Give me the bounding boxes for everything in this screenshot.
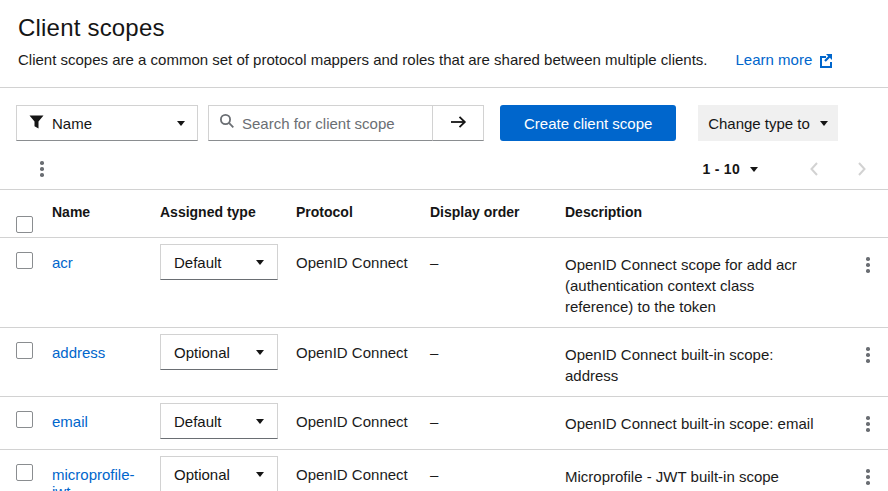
description-cell: OpenID Connect built-in scope: email <box>565 397 850 450</box>
kebab-icon <box>40 161 44 177</box>
display-order-cell: – <box>430 238 565 328</box>
external-link-icon <box>818 52 834 68</box>
display-order-cell: – <box>430 450 565 491</box>
page-header: Client scopes Client scopes are a common… <box>0 0 888 88</box>
scope-name-link[interactable]: acr <box>52 254 73 271</box>
display-order-cell: – <box>430 397 565 450</box>
chevron-down-icon <box>750 167 758 172</box>
filter-type-select[interactable]: Name <box>16 105 198 141</box>
description-cell: OpenID Connect scope for add acr (authen… <box>565 238 850 328</box>
column-header-name: Name <box>52 190 160 238</box>
arrow-right-icon <box>450 115 467 132</box>
display-order-cell: – <box>430 328 565 397</box>
kebab-icon <box>866 257 870 273</box>
protocol-cell: OpenID Connect <box>296 328 430 397</box>
column-header-actions <box>850 190 888 238</box>
filter-selected-label: Name <box>52 115 92 132</box>
search-icon <box>219 113 235 133</box>
row-checkbox[interactable] <box>16 464 33 481</box>
client-scopes-page: Client scopes Client scopes are a common… <box>0 0 888 491</box>
column-header-protocol: Protocol <box>296 190 430 238</box>
page-title: Client scopes <box>18 14 872 42</box>
create-client-scope-button[interactable]: Create client scope <box>500 105 676 141</box>
pagination: 1 - 10 <box>702 151 882 187</box>
kebab-icon <box>866 416 870 432</box>
protocol-cell: OpenID Connect <box>296 397 430 450</box>
scope-name-link[interactable]: email <box>52 413 88 430</box>
row-checkbox[interactable] <box>16 411 33 428</box>
pagination-range: 1 - 10 <box>702 161 740 177</box>
chevron-down-icon <box>256 472 264 477</box>
filter-icon <box>29 115 44 132</box>
pagination-next-button[interactable] <box>842 151 882 187</box>
chevron-right-icon <box>857 161 867 177</box>
kebab-icon <box>866 347 870 363</box>
pagination-prev-button[interactable] <box>794 151 834 187</box>
row-checkbox[interactable] <box>16 342 33 359</box>
chevron-left-icon <box>809 161 819 177</box>
assigned-type-value: Default <box>174 254 222 271</box>
row-kebab-button[interactable] <box>850 339 886 371</box>
search-group <box>208 105 484 141</box>
assigned-type-value: Default <box>174 413 222 430</box>
select-all-checkbox[interactable] <box>16 216 33 233</box>
row-kebab-button[interactable] <box>850 461 886 491</box>
description-cell: OpenID Connect built-in scope: address <box>565 328 850 397</box>
table-row: acr Default OpenID Connect – OpenID Conn… <box>0 238 888 328</box>
scope-name-link[interactable]: microprofile-jwt <box>52 466 135 491</box>
toolbar: Name Create client scope Chan <box>0 88 888 189</box>
column-header-assigned-type: Assigned type <box>160 190 296 238</box>
row-kebab-button[interactable] <box>850 408 886 440</box>
description-cell: Microprofile - JWT built-in scope <box>565 450 850 491</box>
learn-more-link[interactable]: Learn more <box>736 51 835 68</box>
client-scopes-table: Name Assigned type Protocol Display orde… <box>0 189 888 491</box>
page-subtitle: Client scopes are a common set of protoc… <box>18 51 708 68</box>
kebab-icon <box>866 469 870 485</box>
chevron-down-icon <box>820 121 828 126</box>
protocol-cell: OpenID Connect <box>296 450 430 491</box>
table-header-row: Name Assigned type Protocol Display orde… <box>0 190 888 238</box>
assigned-type-value: Optional <box>174 466 230 483</box>
table-row: email Default OpenID Connect – OpenID Co… <box>0 397 888 450</box>
search-submit-button[interactable] <box>432 105 484 141</box>
column-header-description: Description <box>565 190 850 238</box>
protocol-cell: OpenID Connect <box>296 238 430 328</box>
chevron-down-icon <box>177 121 185 126</box>
assigned-type-select[interactable]: Default <box>160 244 278 280</box>
table-row: microprofile-jwt Optional OpenID Connect… <box>0 450 888 491</box>
learn-more-label: Learn more <box>736 51 813 68</box>
assigned-type-select[interactable]: Optional <box>160 334 278 370</box>
change-type-dropdown[interactable]: Change type to <box>698 105 838 141</box>
assigned-type-select[interactable]: Optional <box>160 456 278 491</box>
assigned-type-value: Optional <box>174 344 230 361</box>
change-type-label: Change type to <box>708 115 810 132</box>
chevron-down-icon <box>256 419 264 424</box>
row-kebab-button[interactable] <box>850 249 886 281</box>
toolbar-kebab-button[interactable] <box>26 153 58 185</box>
column-header-display-order: Display order <box>430 190 565 238</box>
table-row: address Optional OpenID Connect – OpenID… <box>0 328 888 397</box>
chevron-down-icon <box>256 350 264 355</box>
search-input[interactable] <box>242 115 412 132</box>
scope-name-link[interactable]: address <box>52 344 105 361</box>
assigned-type-select[interactable]: Default <box>160 403 278 439</box>
chevron-down-icon <box>256 260 264 265</box>
pagination-range-toggle[interactable]: 1 - 10 <box>702 161 758 177</box>
row-checkbox[interactable] <box>16 252 33 269</box>
